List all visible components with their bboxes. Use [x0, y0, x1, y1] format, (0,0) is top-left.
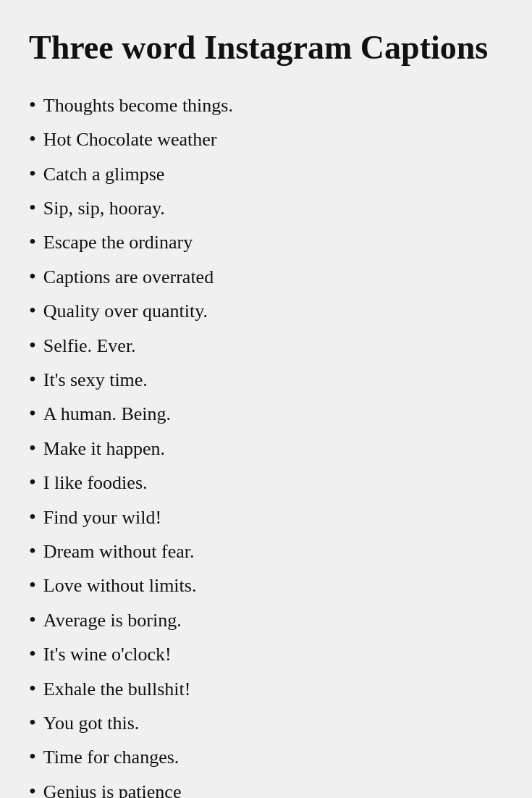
list-item: Catch a glimpse [29, 156, 503, 190]
list-item: Average is boring. [29, 602, 503, 637]
list-item: I like foodies. [29, 465, 503, 499]
list-item: Sip, sip, hooray. [29, 190, 503, 224]
list-item: Hot Chocolate weather [29, 122, 503, 156]
list-item: Genius is patience [29, 774, 503, 798]
list-item: Time for changes. [29, 739, 503, 773]
list-item: Captions are overrated [29, 259, 503, 293]
list-item: It's sexy time. [29, 362, 503, 396]
list-item: Dream without fear. [29, 534, 503, 568]
list-item: Thoughts become things. [29, 88, 503, 122]
list-item: A human. Being. [29, 396, 503, 430]
list-item: Make it happen. [29, 431, 503, 465]
page-title: Three word Instagram Captions [29, 29, 503, 67]
list-item: You got this. [29, 705, 503, 739]
list-item: Escape the ordinary [29, 224, 503, 259]
list-item: Exhale the bullshit! [29, 671, 503, 705]
list-item: Find your wild! [29, 500, 503, 534]
list-item: Quality over quantity. [29, 293, 503, 327]
captions-list: Thoughts become things.Hot Chocolate wea… [29, 88, 503, 798]
list-item: Selfie. Ever. [29, 328, 503, 362]
list-item: Love without limits. [29, 568, 503, 602]
list-item: It's wine o'clock! [29, 637, 503, 671]
